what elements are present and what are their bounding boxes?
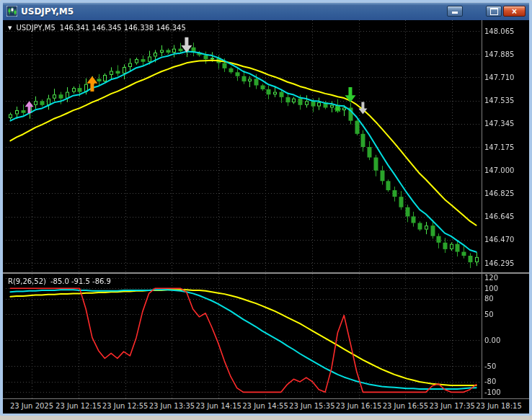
maximize-button[interactable] bbox=[486, 6, 502, 17]
app-icon bbox=[6, 6, 17, 17]
time-label: 23 Jun 12:15 bbox=[56, 402, 102, 410]
button-gap bbox=[464, 11, 484, 12]
time-label: 23 Jun 17:35 bbox=[429, 402, 475, 410]
time-label: 23 Jun 18:15 bbox=[476, 402, 522, 410]
time-label: 23 Jun 14:15 bbox=[195, 402, 241, 410]
indicator-label: R(9,26,52) -85.0 -91.5 -86.9 bbox=[8, 277, 111, 285]
window-title: USDJPY,M5 bbox=[21, 6, 447, 17]
minimize-icon bbox=[452, 12, 458, 14]
time-label: 23 Jun 15:35 bbox=[289, 402, 335, 410]
window-controls: × bbox=[447, 6, 526, 17]
close-icon: × bbox=[512, 7, 517, 16]
main-chart-panel: ▼ USDJPY,M5 146.341 146.345 146.338 146.… bbox=[3, 20, 529, 272]
indicator-name: R(9,26,52) bbox=[8, 277, 46, 285]
desktop: USDJPY,M5 × ▼ USDJPY,M5 146.341 146.345 … bbox=[0, 0, 532, 420]
time-label: 23 Jun 14:55 bbox=[242, 402, 288, 410]
time-label: 23 Jun 16:15 bbox=[336, 402, 382, 410]
window-titlebar[interactable]: USDJPY,M5 × bbox=[3, 2, 529, 20]
symbol-dropdown-icon[interactable]: ▼ bbox=[8, 25, 12, 31]
time-axis[interactable]: 23 Jun 202523 Jun 12:1523 Jun 12:5523 Ju… bbox=[3, 398, 529, 414]
chart-area: ▼ USDJPY,M5 146.341 146.345 146.338 146.… bbox=[3, 20, 529, 413]
time-label: 23 Jun 16:55 bbox=[383, 402, 429, 410]
mt4-chart-window: USDJPY,M5 × ▼ USDJPY,M5 146.341 146.345 … bbox=[0, 0, 532, 416]
maximize-icon bbox=[490, 8, 498, 15]
main-chart-canvas[interactable] bbox=[3, 20, 529, 272]
indicator-canvas[interactable] bbox=[3, 274, 529, 398]
indicator-panel: R(9,26,52) -85.0 -91.5 -86.9 bbox=[3, 274, 529, 398]
chart-ohlc-label: ▼ USDJPY,M5 146.341 146.345 146.338 146.… bbox=[8, 24, 186, 32]
close-button[interactable]: × bbox=[503, 6, 526, 17]
chart-symbol-period: USDJPY,M5 bbox=[16, 24, 55, 32]
time-label: 23 Jun 2025 bbox=[10, 402, 53, 410]
minimize-button[interactable] bbox=[447, 6, 463, 17]
time-label: 23 Jun 13:35 bbox=[149, 402, 195, 410]
chart-ohlc-values: 146.341 146.345 146.338 146.345 bbox=[60, 24, 186, 32]
indicator-values: -85.0 -91.5 -86.9 bbox=[50, 277, 111, 285]
time-label: 23 Jun 12:55 bbox=[102, 402, 148, 410]
